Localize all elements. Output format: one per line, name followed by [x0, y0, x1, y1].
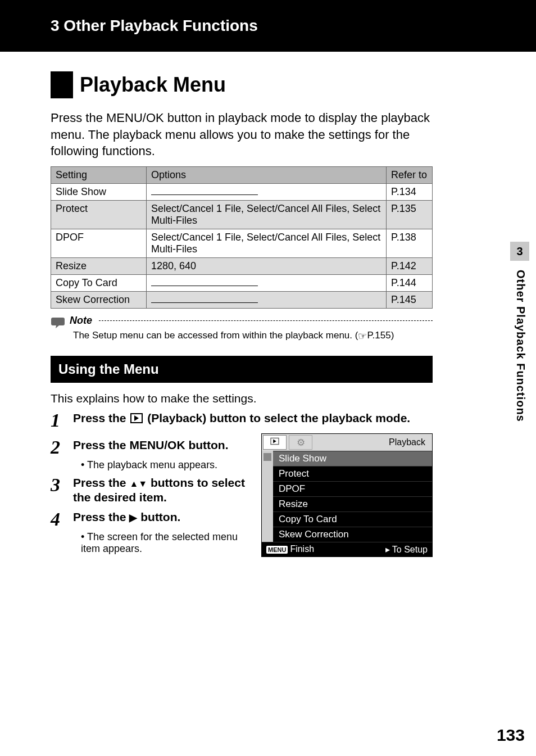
pb-footer: MENUFinish ▸ To Setup: [262, 542, 432, 556]
dash-icon: [151, 194, 258, 195]
pb-tab-active-icon: [263, 435, 287, 450]
table-row: Skew Correction P.145: [51, 292, 433, 309]
step-4: 4 Press the button.: [51, 510, 251, 529]
playback-icon: [130, 413, 143, 423]
pb-item: Copy To Card: [273, 511, 432, 527]
note-bubble-icon: [51, 316, 65, 329]
pb-scroll-rail: [262, 451, 273, 542]
note-dash-line: [99, 320, 433, 321]
note-header: Note: [51, 314, 433, 327]
table-row: Slide Show P.134: [51, 184, 433, 201]
step-number: 4: [51, 510, 73, 529]
note-text: The Setup menu can be accessed from with…: [73, 330, 433, 342]
table-row: Resize 1280, 640 P.142: [51, 258, 433, 275]
chapter-title: 3 Other Playback Functions: [51, 17, 258, 34]
menu-badge: MENU: [266, 546, 288, 554]
step-number: 3: [51, 476, 73, 505]
steps-list: 1 Press the (Playback) button to select …: [51, 411, 433, 557]
table-row: Protect Select/Cancel 1 File, Select/Can…: [51, 201, 433, 229]
triangle-right-icon: [129, 510, 137, 523]
step-number: 1: [51, 411, 73, 430]
page-title: Playback Menu: [80, 73, 226, 97]
pb-tab-setup-icon: ⚙: [289, 435, 312, 450]
pb-foot-right: ▸ To Setup: [385, 544, 428, 555]
pb-tab-bar: ⚙ Playback: [262, 434, 432, 451]
sub-intro: This explains how to make the settings.: [51, 392, 433, 405]
step-2-bullet: • The playback menu appears.: [81, 459, 251, 471]
pb-scroll-indicator: [264, 453, 271, 461]
table-row: Copy To Card P.144: [51, 275, 433, 292]
pb-item: DPOF: [273, 481, 432, 496]
subheading: Using the Menu: [51, 356, 433, 383]
side-tab-text: Other Playback Functions: [514, 270, 527, 422]
note-label: Note: [70, 315, 92, 327]
step-2: 2 Press the MENU/OK button.: [51, 438, 251, 457]
step-1: 1 Press the (Playback) button to select …: [51, 411, 433, 430]
triangle-down-icon: [138, 476, 147, 489]
settings-table: Setting Options Refer to Slide Show P.13…: [51, 166, 433, 309]
side-tab-number: 3: [510, 242, 529, 261]
pb-head-label: Playback: [314, 434, 432, 451]
pb-item: Protect: [273, 466, 432, 481]
pb-items: Slide Show Protect DPOF Resize Copy To C…: [273, 451, 432, 542]
pb-item: Slide Show: [273, 451, 432, 466]
playback-menu-screenshot: ⚙ Playback Slide Show Protect DPOF Resiz…: [261, 433, 433, 557]
page-number: 133: [497, 726, 525, 745]
reference-hand-icon: ☞: [358, 330, 367, 342]
dash-icon: [151, 286, 258, 286]
step-4-bullet: • The screen for the selected menu item …: [81, 531, 251, 555]
step-3: 3 Press the buttons to select the desire…: [51, 476, 251, 505]
step-number: 2: [51, 438, 73, 457]
dash-icon: [151, 302, 258, 303]
th-setting: Setting: [51, 167, 147, 184]
intro-paragraph: Press the MENU/OK button in playback mod…: [51, 110, 433, 160]
triangle-up-icon: [129, 476, 138, 489]
table-row: DPOF Select/Cancel 1 File, Select/Cancel…: [51, 229, 433, 258]
pb-item: Resize: [273, 496, 432, 511]
title-marker: [51, 71, 73, 98]
title-section: Playback Menu: [51, 71, 433, 98]
th-refer: Refer to: [387, 167, 433, 184]
th-options: Options: [147, 167, 387, 184]
chapter-header: 3 Other Playback Functions: [0, 0, 536, 52]
pb-item: Skew Correction: [273, 527, 432, 542]
playback-icon: [270, 438, 279, 445]
